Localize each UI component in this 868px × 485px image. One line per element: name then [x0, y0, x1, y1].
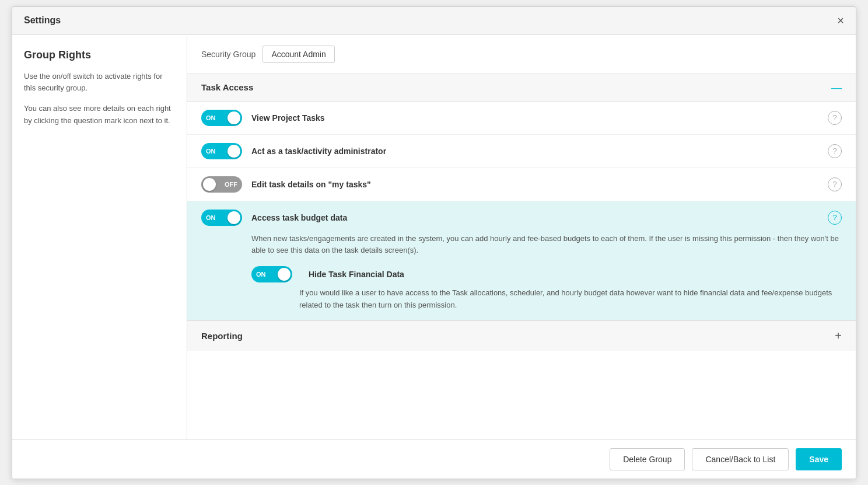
section-header-task-access: Task Access —	[187, 74, 856, 102]
permission-name-view-project-tasks: View Project Tasks	[251, 113, 828, 123]
sidebar-description: Use the on/off switch to activate rights…	[24, 71, 175, 127]
toggle-knob	[228, 111, 240, 124]
add-icon[interactable]: +	[835, 329, 842, 343]
permission-row-view-project-tasks: ON View Project Tasks ?	[187, 102, 856, 135]
task-budget-description: When new tasks/engagements are created i…	[251, 233, 842, 257]
sidebar-desc-2: You can also see more details on each ri…	[24, 103, 175, 127]
permission-name-act-task-admin: Act as a task/activity administrator	[251, 146, 828, 156]
close-button[interactable]: ×	[837, 15, 844, 26]
toggle-knob-4	[228, 211, 240, 224]
toggle-act-task-admin[interactable]: ON	[201, 143, 242, 159]
settings-modal: Settings × Group Rights Use the on/off s…	[12, 6, 856, 479]
toggle-on-label-3: ON	[206, 214, 216, 221]
permission-row-edit-task-details: OFF Edit task details on "my tasks" ?	[187, 168, 856, 201]
save-button[interactable]: Save	[796, 448, 842, 470]
titlebar: Settings ×	[12, 7, 856, 35]
breadcrumb-value: Account Admin	[262, 46, 334, 63]
permission-name-access-task-budget: Access task budget data	[251, 213, 828, 222]
toggle-off-label: OFF	[225, 181, 237, 188]
toggle-edit-task-details[interactable]: OFF	[201, 176, 242, 193]
permission-row-access-task-budget: ON Access task budget data ? When new ta…	[187, 201, 856, 320]
breadcrumb-bar: Security Group Account Admin	[187, 35, 856, 74]
toggle-knob-2	[228, 145, 240, 158]
permission-row-act-task-admin: ON Act as a task/activity administrator …	[187, 135, 856, 168]
sub-permission-header: ON Hide Task Financial Data	[251, 266, 842, 282]
sidebar: Group Rights Use the on/off switch to ac…	[12, 35, 187, 439]
delete-group-button[interactable]: Delete Group	[610, 448, 685, 470]
sub-permission-description: If you would like a user to have access …	[299, 287, 842, 312]
breadcrumb-label: Security Group	[201, 50, 256, 59]
content-area: Task Access — ON View Project Tasks ?	[187, 74, 856, 439]
task-access-title: Task Access	[201, 82, 253, 92]
reporting-section: Reporting +	[187, 321, 856, 351]
question-icon-act-task-admin[interactable]: ?	[828, 144, 842, 158]
task-access-section: Task Access — ON View Project Tasks ?	[187, 74, 856, 321]
toggle-knob-3	[203, 178, 216, 191]
toggle-on-label: ON	[206, 114, 216, 121]
sidebar-title: Group Rights	[24, 49, 175, 61]
question-icon-edit-task-details[interactable]: ?	[828, 177, 842, 191]
question-icon-access-task-budget[interactable]: ?	[828, 211, 842, 225]
toggle-access-task-budget[interactable]: ON	[201, 210, 242, 226]
sub-permission-name: Hide Task Financial Data	[309, 270, 404, 279]
modal-title: Settings	[24, 15, 61, 26]
main-content: Security Group Account Admin Task Access…	[187, 35, 856, 439]
toggle-knob-5	[278, 268, 290, 281]
modal-footer: Delete Group Cancel/Back to List Save	[12, 439, 856, 479]
reporting-title: Reporting	[201, 331, 243, 341]
permission-name-edit-task-details: Edit task details on "my tasks"	[251, 180, 828, 189]
toggle-hide-financial[interactable]: ON	[251, 266, 292, 282]
question-icon-view-project-tasks[interactable]: ?	[828, 111, 842, 125]
toggle-view-project-tasks[interactable]: ON	[201, 110, 242, 126]
toggle-on-label-2: ON	[206, 148, 216, 155]
cancel-button[interactable]: Cancel/Back to List	[692, 448, 789, 470]
sub-permission-hide-financial: ON Hide Task Financial Data If you would…	[251, 266, 842, 312]
permission-row-top: ON Access task budget data ?	[201, 210, 842, 226]
modal-body: Group Rights Use the on/off switch to ac…	[12, 35, 856, 439]
collapse-icon[interactable]: —	[831, 82, 842, 93]
sidebar-desc-1: Use the on/off switch to activate rights…	[24, 71, 175, 95]
toggle-on-label-4: ON	[256, 271, 266, 278]
